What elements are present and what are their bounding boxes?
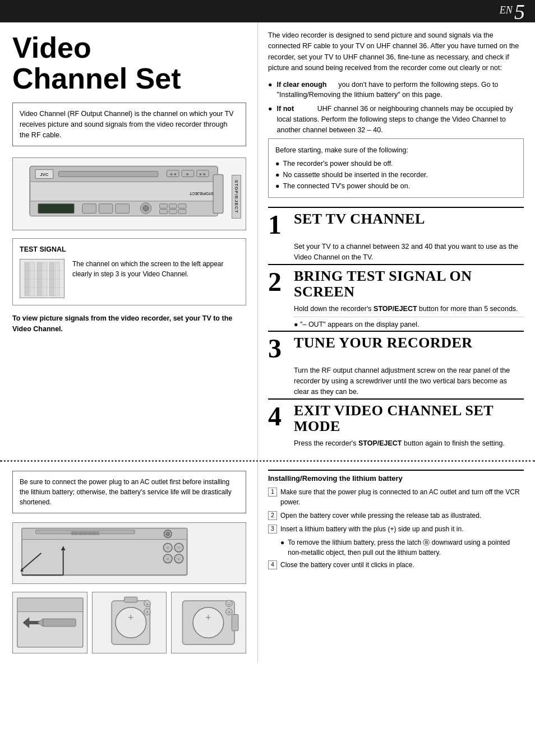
battery-step-2: 2 Open the battery cover while pressing … — [268, 511, 524, 521]
svg-rect-21 — [160, 210, 168, 214]
svg-text:JVC: JVC — [40, 172, 49, 177]
view-note: To view picture signals from the video r… — [12, 313, 246, 335]
right-column: The video recorder is designed to send p… — [258, 22, 535, 460]
condition-3: The connected TV's power should be on. — [283, 180, 411, 192]
main-content: VideoChannel Set Video Channel (RF Outpu… — [0, 22, 535, 460]
test-signal-image — [20, 259, 64, 298]
svg-point-17 — [143, 206, 149, 211]
svg-text:||||||||||||||||||||||||||||: |||||||||||||||||||||||||||| — [71, 530, 99, 535]
svg-text:◄◄: ◄◄ — [169, 172, 177, 176]
test-signal-title: TEST SIGNAL — [20, 245, 239, 253]
svg-text:+: + — [228, 601, 230, 606]
battery-diagrams: + + + + — [12, 592, 246, 653]
step-3-number: 3 — [268, 335, 288, 362]
page-number-badge: EN 5 — [500, 1, 525, 22]
conditions-box: Before starting, make sure of the follow… — [268, 138, 524, 198]
battery-step-1: 1 Make sure that the power plug is conne… — [268, 487, 524, 507]
svg-text:+: + — [206, 612, 211, 623]
step-1-section: 1 SET TV CHANNEL Set your TV to a channe… — [268, 207, 524, 263]
bottom-right-column: Installing/Removing the lithium battery … — [258, 462, 535, 662]
svg-rect-22 — [169, 210, 177, 214]
step-2-header: 2 BRING TEST SIGNAL ON SCREEN — [268, 268, 524, 300]
page-number: 5 — [514, 0, 525, 24]
step-3-header: 3 TUNE YOUR RECORDER — [268, 335, 524, 362]
bullet-not: ● If not UHF channel 36 or neighbouring … — [268, 104, 524, 135]
battery-step-4: 4 Close the battery cover until it click… — [268, 560, 524, 570]
warning-box: Be sure to connect the power plug to an … — [12, 471, 246, 513]
intro-text: Video Channel (RF Output Channel) is the… — [20, 110, 234, 139]
battery-diagram-1 — [12, 592, 87, 653]
step-4-section: 4 EXIT VIDEO CHANNEL SET MODE Press the … — [268, 398, 524, 449]
svg-rect-70 — [232, 614, 239, 630]
svg-rect-4 — [58, 171, 158, 177]
step-2-number: 2 — [268, 268, 288, 295]
svg-rect-18 — [160, 204, 168, 208]
step-4-number: 4 — [268, 403, 288, 430]
battery-section-title: Installing/Removing the lithium battery — [268, 470, 524, 483]
svg-point-41 — [166, 532, 169, 535]
battery-sub-bullet: ● To remove the lithium battery, press t… — [280, 537, 524, 558]
svg-rect-62 — [124, 597, 137, 602]
svg-rect-56 — [17, 598, 83, 611]
svg-rect-15 — [116, 204, 130, 214]
svg-text:+: + — [177, 545, 181, 551]
svg-text:+: + — [166, 545, 169, 551]
step-1-header: 1 SET TV CHANNEL — [268, 211, 524, 238]
step-4-desc: Press the recorder's STOP/EJECT button a… — [294, 438, 524, 449]
step-4-title: EXIT VIDEO CHANNEL SET MODE — [294, 403, 524, 435]
test-signal-section: TEST SIGNAL — [12, 238, 246, 305]
page-title: VideoChannel Set — [12, 33, 246, 94]
bullet-not-text: UHF channel 36 or neighbouring channels … — [277, 105, 513, 134]
svg-text:►: ► — [186, 172, 190, 176]
battery-sub-text: To remove the lithium battery, press the… — [288, 537, 524, 558]
svg-rect-20 — [178, 204, 186, 208]
step-2-title: BRING TEST SIGNAL ON SCREEN — [294, 268, 524, 300]
svg-text:+: + — [146, 601, 149, 606]
step-4-header: 4 EXIT VIDEO CHANNEL SET MODE — [268, 403, 524, 435]
condition-1: The recorder's power should be off. — [283, 158, 393, 169]
vcr-back-diagram: |||||||||||||||||||||||||||| + + + + — [12, 522, 246, 584]
left-column: VideoChannel Set Video Channel (RF Outpu… — [0, 22, 258, 460]
en-label: EN — [500, 4, 513, 16]
svg-rect-13 — [82, 204, 96, 214]
battery-step-3: 3 Insert a lithium battery with the plus… — [268, 524, 524, 534]
bullet-not-label: If not — [277, 105, 294, 113]
svg-rect-23 — [178, 210, 186, 214]
step-2-section: 2 BRING TEST SIGNAL ON SCREEN Hold down … — [268, 264, 524, 330]
intro-box: Video Channel (RF Output Channel) is the… — [12, 103, 246, 146]
step-3-section: 3 TUNE YOUR RECORDER Turn the RF output … — [268, 331, 524, 397]
svg-text:STOP/EJECT: STOP/EJECT — [189, 192, 213, 196]
header-bar: EN 5 — [0, 0, 535, 22]
svg-rect-57 — [43, 619, 76, 627]
conditions-title: Before starting, make sure of the follow… — [275, 145, 516, 156]
step-3-title: TUNE YOUR RECORDER — [294, 335, 524, 351]
svg-text:+: + — [177, 555, 181, 562]
test-signal-content: The channel on which the screen to the l… — [20, 259, 239, 298]
svg-rect-12 — [38, 204, 74, 214]
stop-eject-label: STOP/EJECT — [232, 175, 241, 219]
svg-text:+: + — [228, 610, 230, 615]
bullet-clear: ● If clear enough you don't have to perf… — [268, 80, 524, 101]
bottom-section: Be sure to connect the power plug to an … — [0, 462, 535, 662]
step-3-desc: Turn the RF output channel adjustment sc… — [294, 365, 524, 397]
right-intro-text: The video recorder is designed to send p… — [268, 30, 524, 74]
bullet-clear-label: If clear enough — [277, 81, 327, 89]
battery-step-4-text: Close the battery cover until it clicks … — [280, 560, 414, 570]
step-1-number: 1 — [268, 211, 288, 238]
svg-rect-19 — [169, 204, 177, 208]
step-2-note: ● "– OUT" appears on the display panel. — [294, 317, 524, 330]
test-signal-desc: The channel on which the screen to the l… — [72, 259, 239, 279]
step-2-desc: Hold down the recorder's STOP/EJECT butt… — [294, 304, 524, 314]
battery-diagram-2: + + + — [92, 592, 167, 653]
svg-rect-24 — [213, 175, 223, 214]
vcr-diagram: JVC ◄◄ ► ►► — [12, 157, 246, 230]
svg-rect-14 — [99, 204, 113, 214]
battery-step-1-text: Make sure that the power plug is connect… — [280, 487, 524, 507]
battery-diagram-3: + + + — [171, 592, 246, 653]
bottom-left-column: Be sure to connect the power plug to an … — [0, 462, 258, 662]
step-1-desc: Set your TV to a channel between 32 and … — [294, 242, 524, 263]
svg-text:+: + — [166, 555, 169, 562]
battery-step-2-text: Open the battery cover while pressing th… — [280, 511, 481, 521]
condition-2: No cassette should be inserted in the re… — [283, 169, 428, 180]
step-1-title: SET TV CHANNEL — [294, 211, 524, 228]
